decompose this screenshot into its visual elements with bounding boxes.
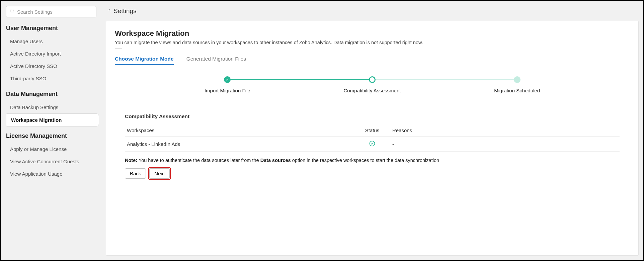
sidebar: User Management Manage Users Active Dire… [1,1,101,260]
content-panel: Workspace Migration You can migrate the … [106,21,639,256]
highlight-annotation: Next [149,168,170,179]
circle-icon [369,76,376,83]
page-title: Workspace Migration [115,29,630,38]
note-label: Note: [125,158,137,163]
note-text: Note: You have to authenticate the data … [125,158,620,163]
step-label: Migration Scheduled [445,88,589,93]
sidebar-item-concurrent-guests[interactable]: View Active Concurrent Guests [6,155,99,168]
divider [115,48,122,49]
sidebar-item-third-party-sso[interactable]: Third-party SSO [6,72,99,85]
chevron-left-icon [108,7,111,15]
page-subtitle: You can migrate the views and data sourc… [115,40,630,45]
sidebar-group-user-mgmt: User Management [6,25,99,32]
sidebar-item-workspace-migration[interactable]: Workspace Migration [6,113,99,126]
cell-reasons: - [392,141,618,147]
check-circle-icon [224,76,231,83]
col-reasons: Reasons [392,127,618,133]
step-label: Compatibility Assessment [300,88,445,93]
sidebar-item-app-usage[interactable]: View Application Usage [6,168,99,180]
tabs: Choose Migration Mode Generated Migratio… [115,56,630,65]
next-button[interactable]: Next [149,168,170,179]
sidebar-item-ad-sso[interactable]: Active Directory SSO [6,60,99,72]
cell-workspace: Analytics - LinkedIn Ads [127,141,352,147]
compat-table: Workspaces Status Reasons Analytics - Li… [125,124,620,152]
stepper: Import Migration File Compatibility Asse… [155,76,589,93]
search-input-container[interactable] [6,6,96,17]
sidebar-item-apply-license[interactable]: Apply or Manage License [6,143,99,155]
step-scheduled: Migration Scheduled [445,76,589,93]
svg-point-2 [370,141,375,146]
step-label: Import Migration File [155,88,300,93]
table-header: Workspaces Status Reasons [125,124,620,137]
sidebar-group-data-mgmt: Data Management [6,91,99,98]
breadcrumb-label: Settings [113,7,137,15]
tab-generated-migration-files[interactable]: Generated Migration Files [186,56,246,65]
back-button[interactable]: Back [125,168,146,179]
step-compatibility: Compatibility Assessment [300,76,445,93]
note-bold: Data sources [260,158,291,163]
sidebar-item-manage-users[interactable]: Manage Users [6,35,99,48]
note-part1: You have to authenticate the data source… [137,158,260,163]
col-status: Status [352,127,392,133]
app-root: User Management Manage Users Active Dire… [1,1,643,260]
note-part2: option in the respective workspaces to s… [291,158,439,163]
section-title-compat: Compatibility Assessment [125,113,620,119]
sidebar-item-data-backup[interactable]: Data Backup Settings [6,101,99,113]
sidebar-group-license-mgmt: License Management [6,133,99,140]
breadcrumb-settings[interactable]: Settings [108,7,637,15]
circle-icon [514,76,520,83]
tab-choose-migration-mode[interactable]: Choose Migration Mode [115,56,174,65]
sidebar-item-ad-import[interactable]: Active Directory Import [6,48,99,60]
search-icon [10,8,15,15]
table-row: Analytics - LinkedIn Ads - [125,137,620,152]
status-ok-icon [352,140,392,148]
button-row: Back Next [125,168,630,179]
svg-point-0 [10,9,13,12]
svg-line-1 [13,12,14,13]
col-workspaces: Workspaces [127,127,352,133]
main: Settings Workspace Migration You can mig… [101,1,643,260]
main-header: Settings [106,4,639,21]
search-input[interactable] [17,9,93,15]
step-import-file: Import Migration File [155,76,300,93]
